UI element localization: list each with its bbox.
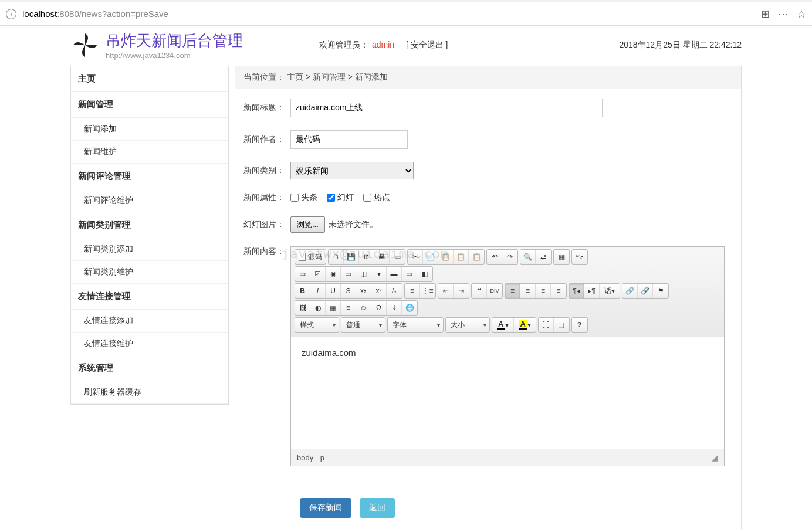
preview-icon[interactable]: 🗎: [359, 250, 374, 264]
path-p[interactable]: p: [320, 453, 324, 462]
save-button[interactable]: 保存新闻: [300, 498, 351, 518]
resize-grip[interactable]: ◢: [712, 453, 718, 462]
strike-icon[interactable]: S: [341, 284, 356, 298]
star-icon[interactable]: ☆: [797, 8, 806, 21]
redo-icon[interactable]: ↷: [502, 250, 517, 264]
radio-icon[interactable]: ◉: [326, 267, 341, 281]
form-icon[interactable]: ▭: [295, 267, 310, 281]
aligncenter-icon[interactable]: ≡: [520, 284, 536, 298]
showblocks-icon[interactable]: ◫: [554, 318, 569, 332]
copy-icon[interactable]: 📄: [423, 250, 438, 264]
alignleft-icon[interactable]: ≡: [505, 284, 520, 298]
image-icon[interactable]: 🖼: [295, 301, 310, 315]
sidebar-item[interactable]: 新闻添加: [71, 118, 228, 141]
bgcolor-icon[interactable]: A▾: [514, 318, 535, 332]
sidebar-item[interactable]: 新闻评论维护: [71, 189, 228, 212]
indent-icon[interactable]: ⇥: [454, 284, 469, 298]
numlist-icon[interactable]: ≡: [405, 284, 420, 298]
category-select[interactable]: 娱乐新闻: [290, 162, 414, 179]
link-icon[interactable]: 🔗: [622, 284, 638, 298]
template-icon[interactable]: ▭: [390, 250, 405, 264]
sidebar-head: 友情连接管理: [71, 284, 228, 310]
attr-checkbox[interactable]: [290, 194, 299, 202]
hr-icon[interactable]: ≡: [341, 301, 356, 315]
save-icon[interactable]: 💾: [344, 250, 359, 264]
sidebar-item[interactable]: 新闻维护: [71, 141, 228, 164]
attr-checkbox[interactable]: [327, 194, 335, 202]
font-dropdown[interactable]: 字体: [387, 317, 444, 333]
new-icon[interactable]: 🗋: [329, 250, 344, 264]
find-icon[interactable]: 🔍: [520, 250, 536, 264]
replace-icon[interactable]: ⇄: [536, 250, 551, 264]
smiley-icon[interactable]: ☺: [356, 301, 371, 315]
blockquote-icon[interactable]: ❝: [472, 284, 487, 298]
paste-icon[interactable]: 📋: [438, 250, 454, 264]
superscript-icon[interactable]: x²: [371, 284, 387, 298]
sidebar-item[interactable]: 新闻类别维护: [71, 261, 228, 284]
author-input[interactable]: [290, 130, 408, 149]
sidebar-item[interactable]: 友情连接维护: [71, 333, 228, 355]
attr-option[interactable]: 热点: [363, 192, 390, 203]
subscript-icon[interactable]: x₂: [356, 284, 371, 298]
italic-icon[interactable]: I: [310, 284, 326, 298]
outdent-icon[interactable]: ⇤: [438, 284, 454, 298]
slide-path-input[interactable]: [384, 216, 495, 233]
pagebreak-icon[interactable]: ⤓: [387, 301, 402, 315]
undo-icon[interactable]: ↶: [487, 250, 502, 264]
paste-word-icon[interactable]: 📋: [469, 250, 484, 264]
attr-option[interactable]: 头条: [290, 192, 317, 203]
alignjustify-icon[interactable]: ≡: [551, 284, 566, 298]
path-body[interactable]: body: [297, 453, 313, 462]
table-icon[interactable]: ▦: [326, 301, 341, 315]
selectall-icon[interactable]: ▦: [554, 250, 569, 264]
sidebar-item[interactable]: 刷新服务器缓存: [71, 381, 228, 404]
maximize-icon[interactable]: ⛶: [539, 318, 554, 332]
imagebutton-icon[interactable]: ▭: [402, 267, 417, 281]
breadcrumb-part[interactable]: 新闻管理: [313, 72, 346, 82]
language-icon[interactable]: 话▾: [600, 284, 620, 298]
editor-body[interactable]: zuidaima.com: [291, 337, 724, 449]
sidebar-item[interactable]: 友情连接添加: [71, 310, 228, 333]
title-input[interactable]: [290, 99, 603, 117]
qr-icon[interactable]: ⊞: [761, 8, 770, 21]
rtl-icon[interactable]: ▸¶: [584, 284, 600, 298]
format-dropdown[interactable]: 普通: [341, 317, 385, 333]
attr-checkbox[interactable]: [363, 194, 371, 202]
specialchar-icon[interactable]: Ω: [371, 301, 387, 315]
more-icon[interactable]: ⋯: [778, 8, 789, 21]
info-icon[interactable]: i: [6, 9, 16, 19]
select-icon[interactable]: ▾: [371, 267, 387, 281]
bold-icon[interactable]: B: [295, 284, 310, 298]
bulletlist-icon[interactable]: ⋮≡: [420, 284, 435, 298]
paste-text-icon[interactable]: 📋: [454, 250, 469, 264]
textcolor-icon[interactable]: A▾: [492, 318, 514, 332]
source-button[interactable]: 源码: [295, 250, 326, 264]
spellcheck-icon[interactable]: ᴬᴮᴄ: [572, 250, 587, 264]
unlink-icon[interactable]: 🔗̸: [638, 284, 653, 298]
attr-option[interactable]: 幻灯: [327, 192, 354, 203]
browse-button[interactable]: 浏览...: [290, 216, 325, 233]
hidden-icon[interactable]: ◧: [417, 267, 432, 281]
size-dropdown[interactable]: 大小: [445, 317, 490, 333]
style-dropdown[interactable]: 样式: [295, 317, 339, 333]
removeformat-icon[interactable]: Iₓ: [387, 284, 402, 298]
sidebar-item[interactable]: 新闻类别添加: [71, 238, 228, 261]
url-text[interactable]: localhost:8080/news?action=preSave: [22, 9, 761, 19]
anchor-icon[interactable]: ⚑: [653, 284, 668, 298]
underline-icon[interactable]: U: [326, 284, 341, 298]
ltr-icon[interactable]: ¶◂: [569, 284, 584, 298]
alignright-icon[interactable]: ≡: [536, 284, 551, 298]
back-button[interactable]: 返回: [360, 498, 395, 518]
flash-icon[interactable]: ◐: [310, 301, 326, 315]
textarea-icon[interactable]: ◫: [356, 267, 371, 281]
logout-link[interactable]: [ 安全退出 ]: [406, 40, 448, 50]
cut-icon[interactable]: ✂: [408, 250, 423, 264]
breadcrumb-part[interactable]: 主页: [287, 72, 303, 82]
iframe-icon[interactable]: 🌐: [402, 301, 417, 315]
print-icon[interactable]: 🖶: [374, 250, 390, 264]
button-icon[interactable]: ▬: [387, 267, 402, 281]
div-icon[interactable]: DIV: [487, 284, 502, 298]
about-icon[interactable]: ?: [572, 318, 587, 332]
textfield-icon[interactable]: ▭: [341, 267, 356, 281]
checkbox-icon[interactable]: ☑: [310, 267, 326, 281]
